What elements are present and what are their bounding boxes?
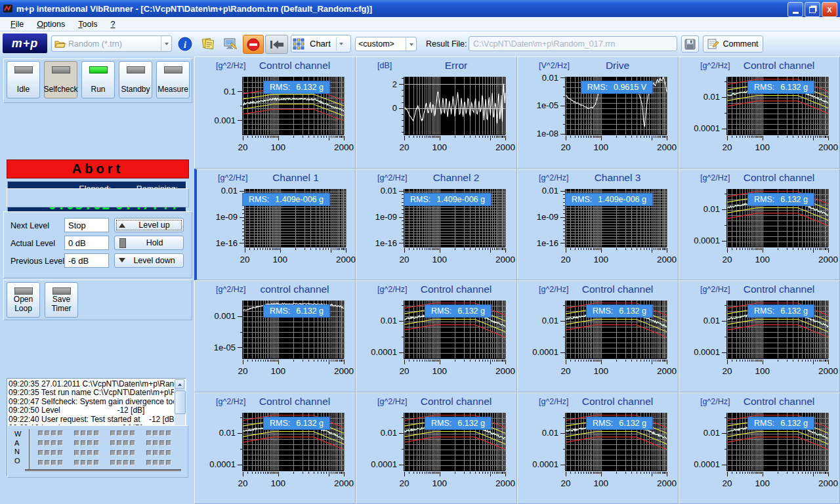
matrix-row [38,450,171,455]
matrix-group [38,430,63,436]
status-button-measure[interactable]: Measure [156,61,190,98]
comment-label: Comment [723,39,758,49]
matrix-group [38,440,63,446]
title-bar[interactable]: m+p international VibRunner - [C:\VcpNT\… [0,0,840,17]
actual-level-field[interactable]: 0 dB [64,236,109,250]
chart-panel-8[interactable]: [g^2/Hz]Control channel0.010.00012010020… [679,169,840,281]
chart-panel-13[interactable]: [g^2/Hz]Control channel0.010.00012010020… [194,392,356,504]
chart-rms-readout: RMS:1.409e-006 g [404,193,492,206]
matrix-dot [87,460,93,465]
chart-panel-14[interactable]: [g^2/Hz]Control channel0.010.00012010020… [356,392,517,504]
menu-item-options[interactable]: Options [30,18,72,30]
svg-text:2000: 2000 [818,255,838,264]
save-timer-button[interactable]: Save Timer [45,282,78,318]
layout-combo[interactable]: <custom> [355,37,417,51]
result-file-field[interactable]: C:\VcpNT\Daten\m+p\Random_017.rrn [469,36,677,51]
chart-title: control channel [236,284,354,295]
matrix-group [110,460,135,465]
svg-text:0.0001: 0.0001 [694,123,720,133]
matrix-dot [166,460,171,465]
svg-text:20: 20 [238,478,247,488]
svg-text:2000: 2000 [818,478,838,488]
previous-level-label: Previous Level [10,257,64,266]
back-button[interactable] [265,35,288,54]
chart-view-dropdown[interactable] [336,37,346,51]
svg-text:0.01: 0.01 [542,73,558,83]
open-loop-button[interactable]: Open Loop [7,282,40,318]
restore-icon [809,7,816,13]
chart-panel-12[interactable]: [g^2/Hz]Control channel0.010.00012010020… [679,280,840,392]
matrix-row-label: O [14,457,21,466]
restore-button[interactable] [805,2,820,17]
chart-panel-10[interactable]: [g^2/Hz]Control channel0.010.00012010020… [356,280,517,392]
matrix-dot [123,450,129,455]
level-down-button[interactable]: Level down [114,253,184,268]
save-button[interactable] [681,35,699,52]
status-strip [7,188,189,207]
svg-text:100: 100 [273,255,288,264]
chart-panel-6[interactable]: [g^2/Hz]Channel 20.011e-091e-16201002000… [356,169,517,281]
matrix-dot [51,450,56,455]
svg-text:2000: 2000 [334,366,354,376]
menu-item-file[interactable]: File [4,18,30,30]
matrix-dot [130,440,135,446]
svg-text:100: 100 [594,142,609,152]
minimize-button[interactable] [788,2,803,17]
info-button[interactable]: i [176,35,194,52]
chart-grid: [g^2/Hz]Control channel0.10.001201002000… [194,56,840,504]
chevron-down-icon [410,43,413,48]
level-up-button[interactable]: Level up [114,218,184,232]
svg-text:1e-09: 1e-09 [216,212,238,222]
rms-value: 6.132 g [619,419,646,428]
chart-panel-7[interactable]: [g^2/Hz]Channel 30.011e-091e-16201002000… [517,169,679,281]
chart-view-button[interactable]: Chart [291,35,351,52]
close-button[interactable]: X [822,2,837,17]
chart-panel-5[interactable]: [g^2/Hz]Channel 10.011e-091e-16201002000… [194,169,356,281]
svg-text:100: 100 [594,366,609,376]
status-button-run[interactable]: Run [81,61,115,98]
chart-panel-11[interactable]: [g^2/Hz]Control channel0.010.00012010020… [517,280,679,392]
notes-button[interactable] [198,35,218,52]
layout-combo-dropdown[interactable] [406,37,416,51]
chart-panel-4[interactable]: [g^2/Hz]Control channel0.010.00012010020… [679,56,840,169]
toolbar: m+p Random (*.trn) i [0,32,840,57]
hold-label: Hold [126,238,183,247]
svg-text:100: 100 [594,478,609,488]
status-button-standby[interactable]: Standby [119,61,152,98]
chart-panel-15[interactable]: [g^2/Hz]Control channel0.010.00012010020… [517,392,679,504]
status-button-idle[interactable]: Idle [7,61,40,98]
chart-panel-1[interactable]: [g^2/Hz]Control channel0.10.001201002000… [194,56,356,169]
menu-item-tools[interactable]: Tools [72,18,104,30]
svg-text:0.01: 0.01 [381,316,397,326]
next-level-field[interactable]: Stop [64,218,109,232]
rms-label: RMS: [587,83,608,92]
vertical-scroll-thumb[interactable] [175,390,186,414]
display-settings-button[interactable] [220,35,240,52]
chart-panel-3[interactable]: [V^2/Hz]Drive0.011e-051e-08201002000RMS:… [517,56,679,169]
chart-panel-2[interactable]: [dB]Error20201002000 [356,56,517,169]
matrix-dot [130,430,135,436]
scroll-up-button[interactable] [175,379,184,389]
chart-panel-16[interactable]: [g^2/Hz]Control channel0.010.00012010020… [679,392,840,504]
test-file-combo[interactable]: Random (*.trn) [51,35,172,52]
menu-item-help[interactable]: ? [104,18,121,30]
svg-text:20: 20 [399,142,409,152]
status-button-selfcheck[interactable]: Selfcheck [44,61,77,98]
stop-button[interactable] [243,35,264,54]
comment-button[interactable]: Comment [703,35,763,52]
hold-button[interactable]: Hold [114,236,184,250]
svg-text:20: 20 [560,142,570,152]
previous-level-field[interactable]: -6 dB [64,253,109,268]
svg-text:20: 20 [722,142,732,152]
chart-panel-9[interactable]: [g^2/Hz]control channel0.0011e-052010020… [194,280,356,392]
matrix-dot [117,450,122,455]
test-file-dropdown-button[interactable] [161,36,171,51]
svg-text:100: 100 [432,478,448,488]
matrix-group [110,430,135,436]
abort-button[interactable]: Abort [7,159,189,178]
rms-value: 6.132 g [296,83,324,92]
matrix-dot [159,450,165,455]
svg-text:1e-05: 1e-05 [214,343,236,352]
comment-icon [707,39,719,50]
matrix-group [146,430,171,436]
